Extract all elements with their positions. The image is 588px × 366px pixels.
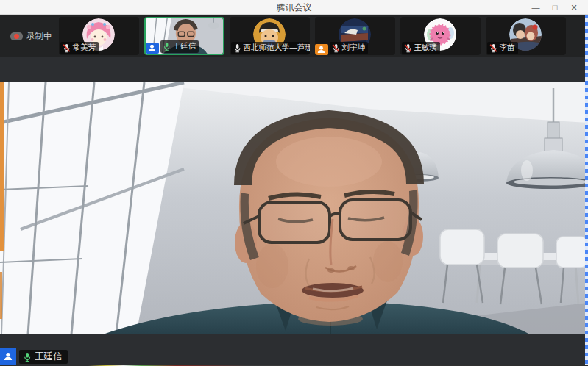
participant-name-chip: 李苗: [487, 42, 518, 54]
recording-icon: [10, 32, 23, 40]
main-video-stage[interactable]: [0, 82, 588, 334]
participant-name: 西北师范大学—芦珊: [244, 43, 310, 53]
maximize-button[interactable]: □: [545, 0, 564, 15]
mic-on-icon: [23, 352, 32, 362]
speaker-name: 王廷信: [35, 351, 63, 363]
mic-muted-icon: [404, 43, 412, 53]
person-icon: [147, 44, 157, 52]
stage-gap-top: [0, 57, 588, 82]
participant-name: 王廷信: [173, 41, 196, 51]
participant-thumbnail[interactable]: 王敏璞: [400, 17, 481, 55]
mic-muted-icon: [489, 43, 497, 53]
participant-name: 常美芳: [73, 43, 96, 53]
participant-name: 王敏璞: [414, 43, 438, 53]
window-controls: — □ ✕: [526, 0, 584, 15]
stage-gap-bottom: [0, 334, 588, 365]
host-badge: [0, 348, 16, 365]
window-title: 腾讯会议: [0, 0, 588, 15]
participant-name-chip: 刘宇坤: [330, 42, 369, 54]
capture-region-dashed-border: [585, 15, 588, 365]
speaker-name-label: 王廷信: [19, 350, 68, 364]
mic-on-icon: [163, 42, 171, 51]
minimize-button[interactable]: —: [526, 0, 545, 15]
titlebar[interactable]: 腾讯会议 — □ ✕: [0, 0, 588, 15]
participant-name-chip: 王敏璞: [402, 42, 441, 54]
participant-thumbnail[interactable]: 西北师范大学—芦珊: [230, 17, 310, 55]
recording-indicator: 录制中: [10, 31, 52, 42]
mic-on-icon: [233, 43, 241, 53]
participant-name-chip: 西北师范大学—芦珊: [231, 42, 310, 54]
mic-muted-icon: [63, 43, 71, 53]
participant-thumbnail[interactable]: 常美芳: [59, 17, 139, 55]
participant-thumbnail-active-speaker[interactable]: 王廷信: [144, 17, 224, 55]
co-host-badge: [315, 44, 328, 55]
person-icon: [3, 352, 13, 361]
recording-label: 录制中: [26, 31, 52, 42]
participant-thumbnail[interactable]: 刘宇坤: [315, 17, 395, 55]
close-button[interactable]: ✕: [564, 0, 584, 15]
participant-filmstrip: 录制中 常美芳: [0, 15, 585, 57]
mic-muted-icon: [332, 43, 340, 53]
person-icon: [316, 46, 326, 54]
participant-name-chip: 常美芳: [60, 42, 99, 54]
participant-name: 李苗: [500, 43, 515, 53]
meeting-window: 腾讯会议 — □ ✕ 录制中: [0, 0, 588, 366]
participant-name-chip: 王廷信: [160, 40, 199, 53]
participant-thumbnail[interactable]: 李苗: [486, 17, 566, 55]
host-badge: [146, 43, 159, 54]
participant-name: 刘宇坤: [342, 43, 366, 53]
